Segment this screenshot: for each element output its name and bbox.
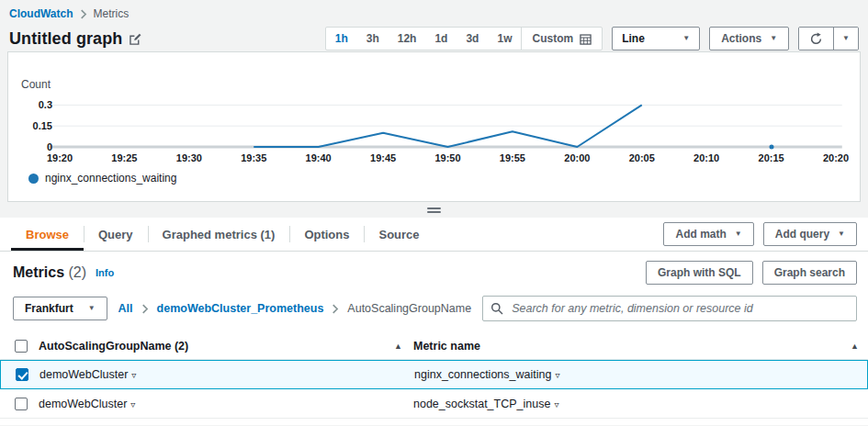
metric-name-value: nginx_connections_waiting▿: [414, 368, 559, 381]
metrics-filter-row: Frankfurt ▼ AlldemoWebCluster_Prometheus…: [0, 290, 868, 329]
chart-legend: nginx_connections_waiting: [28, 172, 176, 185]
tab-browse[interactable]: Browse: [11, 218, 84, 251]
chevron-right-icon: [332, 304, 339, 314]
chart-type-value: Line: [622, 32, 645, 45]
breadcrumb-item-cloudwatch[interactable]: CloudWatch: [9, 7, 73, 20]
x-axis-tick: 19:35: [241, 152, 266, 163]
chevron-right-icon: [141, 304, 149, 314]
add-math-button[interactable]: Add math ▼: [663, 222, 753, 246]
time-range-1w[interactable]: 1w: [488, 28, 521, 50]
legend-color-dot: [28, 174, 39, 184]
metric-dropdown-icon[interactable]: ▿: [554, 399, 558, 409]
chevron-down-icon: ▼: [770, 35, 777, 42]
x-axis-tick: 20:15: [759, 152, 784, 163]
tab-options[interactable]: Options: [289, 218, 364, 251]
column-header-dimension[interactable]: AutoScalingGroupName (2): [39, 340, 188, 353]
region-select[interactable]: Frankfurt ▼: [13, 297, 107, 320]
info-link[interactable]: Info: [96, 267, 114, 278]
tab-source[interactable]: Source: [364, 218, 434, 251]
time-range-3d[interactable]: 3d: [457, 28, 488, 50]
metrics-count: (2): [68, 264, 86, 280]
dimension-dropdown-icon[interactable]: ▿: [130, 399, 135, 409]
dimension-dropdown-icon[interactable]: ▿: [131, 370, 136, 380]
y-axis-tick: 0.15: [33, 120, 52, 131]
breadcrumb: CloudWatchMetrics: [9, 7, 859, 20]
refresh-icon: [809, 32, 823, 46]
x-axis-tick: 20:00: [564, 152, 590, 163]
refresh-button[interactable]: [799, 28, 834, 50]
legend-item[interactable]: nginx_connections_waiting: [28, 172, 176, 185]
time-range-12h[interactable]: 12h: [389, 28, 426, 50]
dimension-value: demoWebCluster▿: [39, 368, 136, 381]
panel-tabs: BrowseQueryGraphed metrics (1)OptionsSou…: [11, 218, 434, 251]
chevron-right-icon: [80, 9, 87, 19]
tab-query[interactable]: Query: [84, 218, 148, 251]
chart-toolbar: 1h3h12h1d3d1wCustom Line ▼ Actions ▼: [325, 27, 859, 50]
table-body: demoWebCluster▿nginx_connections_waiting…: [0, 360, 868, 419]
chevron-down-icon: ▼: [735, 230, 742, 238]
cloudwatch-metrics-page: CloudWatchMetrics Untitled graph 1h3h12h…: [0, 0, 868, 426]
x-axis-tick: 19:55: [500, 152, 525, 163]
x-axis-tick: 19:50: [434, 152, 460, 163]
graph-search-button[interactable]: Graph search: [762, 261, 857, 285]
metrics-browser-panel: BrowseQueryGraphed metrics (1)OptionsSou…: [0, 218, 868, 425]
metrics-header-row: Metrics (2) Info Graph with SQL Graph se…: [0, 252, 868, 290]
tab-graphed-metrics-1[interactable]: Graphed metrics (1): [148, 218, 290, 251]
x-axis-tick: 19:20: [47, 152, 73, 163]
x-axis-tick: 19:45: [370, 152, 396, 163]
chevron-down-icon: ▼: [88, 305, 96, 312]
time-range-3h[interactable]: 3h: [357, 28, 389, 50]
panel-tabs-bar: BrowseQueryGraphed metrics (1)OptionsSou…: [0, 218, 868, 252]
path-item-demowebcluster_prometheus[interactable]: demoWebCluster_Prometheus: [157, 302, 324, 315]
time-range-1d[interactable]: 1d: [425, 28, 457, 50]
line-chart: [60, 95, 836, 147]
breadcrumb-item-metrics: Metrics: [94, 7, 130, 20]
page-title: Untitled graph: [9, 29, 122, 49]
select-all-checkbox[interactable]: [15, 340, 28, 353]
y-axis-tick: 0: [47, 141, 52, 152]
path-item-autoscalinggroupname: AutoScalingGroupName: [347, 302, 471, 315]
panel-resize-handle[interactable]: [0, 202, 868, 218]
actions-button[interactable]: Actions ▼: [709, 27, 789, 50]
refresh-split-button: ▼: [798, 27, 859, 50]
calendar-icon: [580, 33, 592, 45]
x-axis-tick: 19:40: [306, 152, 332, 163]
chart-plot-area[interactable]: 00.150.3: [60, 95, 836, 147]
sort-asc-icon[interactable]: ▲: [851, 342, 859, 351]
time-range-custom[interactable]: Custom: [521, 28, 602, 50]
time-range-control: 1h3h12h1d3d1wCustom: [325, 27, 603, 50]
chart-type-select[interactable]: Line ▼: [612, 27, 700, 50]
metrics-table: AutoScalingGroupName (2) ▲ Metric name ▲…: [0, 332, 868, 419]
table-row[interactable]: demoWebCluster▿nginx_connections_waiting…: [0, 360, 868, 389]
metric-search-input[interactable]: [482, 296, 857, 321]
edit-title-icon[interactable]: [130, 33, 141, 45]
y-axis-unit-label: Count: [21, 78, 51, 91]
sort-asc-icon[interactable]: ▲: [394, 342, 402, 351]
time-range-1h[interactable]: 1h: [326, 28, 357, 50]
page-header: CloudWatchMetrics Untitled graph 1h3h12h…: [0, 0, 868, 48]
x-axis-ticks: 19:2019:2519:3019:3519:4019:4519:5019:55…: [60, 152, 836, 165]
metric-search: [482, 296, 857, 321]
refresh-options-button[interactable]: ▼: [834, 28, 858, 50]
column-header-metric-name[interactable]: Metric name: [413, 340, 480, 353]
table-row[interactable]: demoWebCluster▿node_sockstat_TCP_inuse▿: [0, 389, 868, 419]
metrics-path-breadcrumb: AlldemoWebCluster_PrometheusAutoScalingG…: [118, 302, 472, 315]
x-axis-tick: 19:25: [111, 152, 137, 163]
x-axis-tick: 19:30: [176, 152, 202, 163]
region-value: Frankfurt: [25, 302, 73, 315]
data-point-dot: [769, 145, 773, 150]
add-query-button[interactable]: Add query ▼: [763, 222, 857, 246]
chevron-down-icon: ▼: [838, 230, 845, 238]
path-item-all[interactable]: All: [118, 302, 133, 315]
y-axis-tick: 0.3: [39, 99, 52, 110]
x-axis-tick: 20:10: [693, 152, 719, 163]
row-checkbox[interactable]: [15, 398, 28, 410]
row-checkbox[interactable]: [16, 368, 28, 381]
graph-with-sql-button[interactable]: Graph with SQL: [646, 261, 753, 285]
metric-dropdown-icon[interactable]: ▿: [555, 370, 559, 380]
metric-name-value: node_sockstat_TCP_inuse▿: [413, 398, 558, 410]
table-header: AutoScalingGroupName (2) ▲ Metric name ▲: [0, 332, 868, 360]
chevron-down-icon: ▼: [842, 35, 850, 42]
x-axis-tick: 20:05: [629, 152, 655, 163]
x-axis-tick: 20:20: [823, 152, 849, 163]
